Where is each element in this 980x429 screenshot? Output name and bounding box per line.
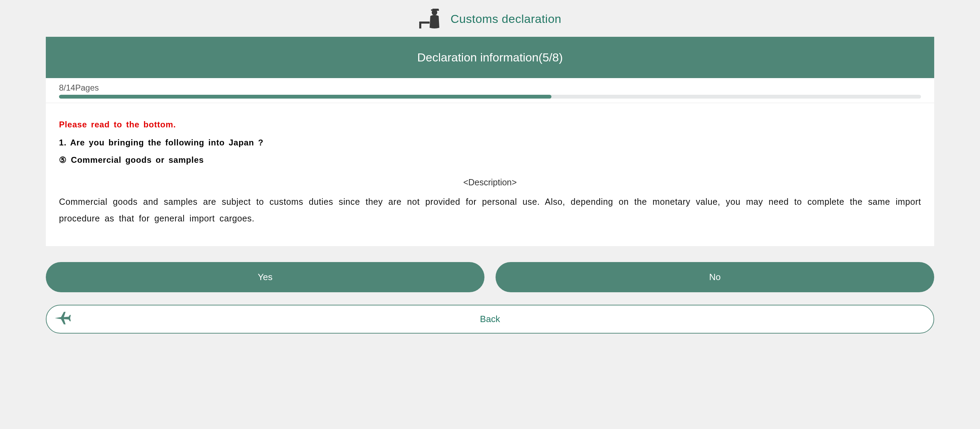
no-button[interactable]: No [496,262,934,292]
back-button-label: Back [53,314,927,325]
back-button[interactable]: Back [46,305,934,333]
read-to-bottom-alert: Please read to the bottom. [59,120,921,129]
question-panel: Please read to the bottom. 1. Are you br… [46,103,934,246]
svg-rect-3 [419,24,421,29]
main-container: Declaration information(5/8) 8/14Pages P… [46,37,934,333]
yes-button[interactable]: Yes [46,262,484,292]
progress-fill [59,95,551,99]
description-body: Commercial goods and samples are subject… [59,194,921,226]
app-title: Customs declaration [450,12,561,26]
question-text: 1. Are you bringing the following into J… [59,138,921,148]
no-button-label: No [709,272,721,282]
progress-label: 8/14Pages [59,83,921,92]
section-title-bar: Declaration information(5/8) [46,37,934,78]
question-item: ⑤ Commercial goods or samples [59,155,921,165]
customs-officer-icon [418,8,444,29]
progress-area: 8/14Pages [46,78,934,103]
yes-button-label: Yes [258,272,272,282]
progress-track [59,95,921,99]
app-header: Customs declaration [0,0,980,37]
answer-button-row: Yes No [46,262,934,292]
svg-rect-2 [419,22,430,24]
airplane-icon [54,311,71,327]
description-heading: <Description> [59,177,921,187]
section-title: Declaration information(5/8) [417,51,563,64]
page-root: Customs declaration Declaration informat… [0,0,980,333]
